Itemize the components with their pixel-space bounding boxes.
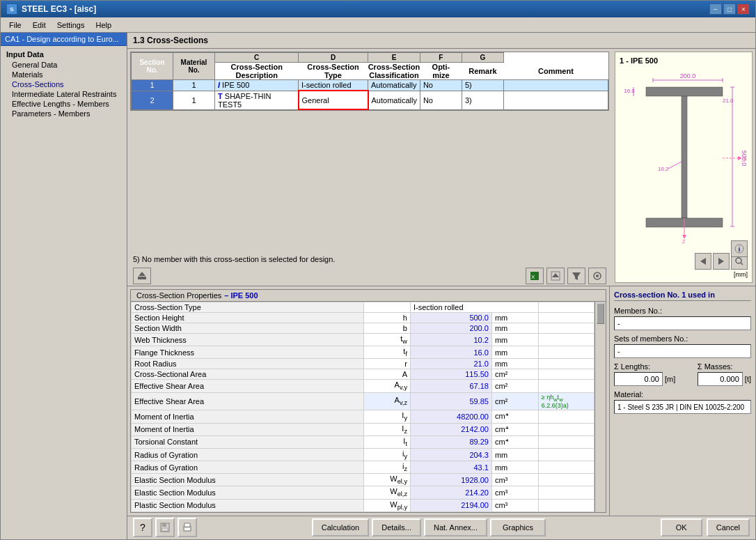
print-btn[interactable] [178,518,197,537]
ok-button[interactable]: OK [661,518,702,537]
app-icon: S [6,3,17,15]
prop-row-inertia-z: Moment of Inertia Iz 2142.00 cm⁴ [132,423,594,435]
export-excel-button[interactable]: X [526,268,544,284]
help-icon-btn[interactable]: ? [133,518,152,537]
prev-section-btn[interactable] [695,253,711,270]
prop-sym-inertia-y: Iy [364,410,411,423]
svg-text:z: z [682,238,686,245]
prop-unit-shear-z: cm² [491,392,538,410]
prop-note-elastic-y [538,474,594,486]
info-lengths-row: Σ Lengths: [m] Σ Masses: [t] [614,362,751,386]
import-button[interactable] [133,268,151,284]
prop-val-root: 21.0 [410,359,491,369]
prop-row-radius-z: Radius of Gyration iz 43.1 mm [132,461,594,474]
prop-sym-elastic-y: Wel,y [364,474,411,486]
scrollbar-thumb[interactable] [597,303,604,324]
svg-rect-42 [184,523,190,527]
close-button[interactable]: × [737,3,750,15]
details-button[interactable]: Details... [372,518,421,537]
prop-row-root: Root Radius r 21.0 mm [132,359,594,369]
prop-sym-shear-y: Av,y [364,380,411,392]
table-row[interactable]: 1 1 I IPE 500 I-section rolled Automatic… [132,80,608,91]
info-members-input[interactable] [614,316,751,330]
prev-icon [699,257,707,265]
prop-note-width [538,323,594,334]
info-sets-section: Sets of members No.: [614,334,751,358]
cell-description-1[interactable]: I IPE 500 [215,80,299,91]
col-h-sub: Comment [503,63,608,80]
props-scrollbar[interactable] [594,302,606,512]
sidebar-item-materials[interactable]: Materials [1,70,127,79]
menu-edit[interactable]: Edit [27,20,52,31]
graphics-button[interactable]: Graphics [490,518,546,537]
cell-classification-1: Automatically [368,80,420,91]
prop-unit-height: mm [491,313,538,323]
sidebar-item-cross-sections[interactable]: Cross-Sections [1,79,127,89]
sidebar-item-parameters[interactable]: Parameters - Members [1,109,127,118]
svg-rect-39 [162,523,166,527]
prop-name-type: Cross-Section Type [132,302,364,313]
svg-marker-1 [139,272,145,276]
table-footer: 5) No member with this cross-section is … [127,252,612,266]
menu-file[interactable]: File [3,20,27,31]
prop-row-plastic-y: Plastic Section Modulus Wpl,y 2194.00 cm… [132,499,594,511]
cancel-button[interactable]: Cancel [707,518,750,537]
table-wrapper: Section No. Material No. C D [130,52,609,151]
sidebar-item-intermediate[interactable]: Intermediate Lateral Restraints [1,89,127,99]
info-material-input[interactable] [614,400,751,414]
prop-sym-radius-y: iy [364,448,411,461]
prop-row-shear-y: Effective Shear Area Av,y 67.18 cm² [132,380,594,392]
preview-unit: [mm] [734,271,748,278]
svg-point-8 [596,275,599,277]
print-icon [182,523,192,532]
maximize-button[interactable]: □ [723,3,736,15]
info-lengths-input[interactable] [614,372,663,386]
prop-unit-shear-y: cm² [491,380,538,392]
svg-marker-35 [718,258,724,265]
menu-help[interactable]: Help [90,20,117,31]
prop-unit-root: mm [491,359,538,369]
export-button[interactable] [546,268,565,284]
prop-row-area: Cross-Sectional Area A 115.50 cm² [132,369,594,380]
prop-unit-plastic-y: cm³ [491,499,538,511]
prop-note-area [538,369,594,380]
svg-marker-6 [572,272,581,280]
sidebar-item-general-data[interactable]: General Data [1,60,127,70]
save-btn[interactable] [155,518,175,537]
prop-note-flange [538,346,594,359]
prop-name-radius-z: Radius of Gyration [132,461,364,474]
minimize-button[interactable]: − [709,3,722,15]
svg-text:200.0: 200.0 [680,72,696,79]
cell-type-1[interactable]: I-section rolled [299,80,368,91]
info-masses-input[interactable] [698,372,743,386]
prop-sym-plastic-y: Wpl,y [364,499,411,511]
menu-settings[interactable]: Settings [52,20,90,31]
calculation-button[interactable]: Calculation [312,518,369,537]
prop-sym-shear-z: Av,z [364,392,411,410]
nat-annex-button[interactable]: Nat. Annex... [424,518,487,537]
view-button[interactable] [588,268,606,284]
excel-icon: X [530,271,540,281]
table-toolbar-left [133,268,151,284]
svg-text:21.0: 21.0 [723,98,734,104]
cell-description-2[interactable]: T SHAPE-THIN TEST5 [215,91,299,109]
col-b-bot: No. [176,66,212,74]
prop-val-elastic-y: 1928.00 [410,474,491,486]
cell-type-2[interactable]: General [299,91,368,109]
next-section-btn[interactable] [713,253,730,270]
main-window: S STEEL EC3 - [aisc] − □ × File Edit Set… [0,0,756,540]
sidebar-breadcrumb[interactable]: CA1 - Design according to Euro... [1,33,127,46]
table-row[interactable]: 2 1 T SHAPE-THIN TEST5 General Automatic… [132,91,608,109]
filter-button[interactable] [567,268,585,284]
info-sets-label: Sets of members No.: [614,334,751,343]
save-icon [160,523,170,532]
cell-remark-1: 5) [462,80,503,91]
info-sets-input[interactable] [614,344,751,358]
table-area: Section No. Material No. C D [127,49,612,286]
prop-name-width: Section Width [132,323,364,334]
prop-val-shear-z: 59.85 [410,392,491,410]
preview-info-btn[interactable]: i [731,240,748,257]
view-icon [592,271,602,281]
prop-note-web [538,334,594,346]
sidebar-item-effective-lengths[interactable]: Effective Lengths - Members [1,99,127,109]
